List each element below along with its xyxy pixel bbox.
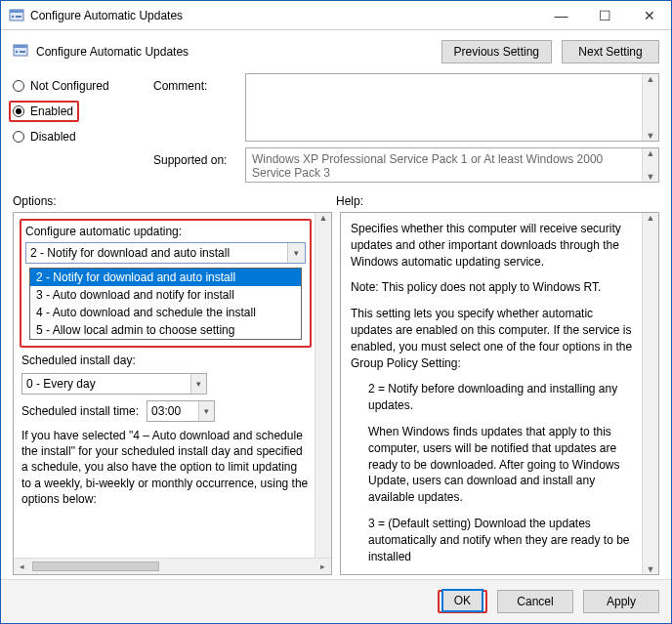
scrollbar-vertical[interactable]: ▲▼ — [642, 74, 658, 141]
comment-textarea[interactable]: ▲▼ — [245, 73, 659, 142]
install-time-combo[interactable]: 03:00 ▾ — [147, 400, 215, 422]
help-text: Specifies whether this computer will rec… — [341, 213, 658, 574]
header-row: Configure Automatic Updates Previous Set… — [1, 30, 671, 67]
titlebar: Configure Automatic Updates ― ☐ ✕ — [1, 1, 671, 30]
chevron-down-icon: ▾ — [287, 243, 305, 263]
install-day-combo[interactable]: 0 - Every day ▾ — [21, 373, 207, 395]
previous-setting-button[interactable]: Previous Setting — [441, 40, 552, 63]
options-note: If you have selected "4 – Auto download … — [21, 428, 310, 507]
window-title: Configure Automatic Updates — [30, 9, 539, 22]
close-button[interactable]: ✕ — [627, 1, 671, 29]
help-heading: Help: — [336, 194, 659, 208]
radio-label: Disabled — [30, 130, 76, 144]
svg-rect-5 — [14, 45, 27, 48]
configure-updating-combo[interactable]: 2 - Notify for download and auto install… — [25, 242, 306, 264]
comment-label: Comment: — [153, 73, 241, 142]
configure-updating-label: Configure automatic updating: — [25, 225, 306, 238]
window-frame: Configure Automatic Updates ― ☐ ✕ Config… — [0, 0, 672, 624]
chevron-down-icon: ▾ — [190, 374, 206, 394]
policy-title: Configure Automatic Updates — [36, 45, 189, 59]
config-grid: Not Configured Enabled Disabled Comment:… — [1, 67, 671, 187]
next-setting-button[interactable]: Next Setting — [562, 40, 659, 63]
dropdown-item[interactable]: 2 - Notify for download and auto install — [30, 269, 301, 286]
ok-highlight: OK — [438, 590, 487, 613]
svg-point-2 — [12, 15, 15, 18]
configure-updating-dropdown: 2 - Notify for download and auto install… — [29, 268, 302, 340]
options-inner: Configure automatic updating: 2 - Notify… — [14, 213, 331, 574]
radio-label: Enabled — [30, 104, 73, 118]
dropdown-item[interactable]: 4 - Auto download and schedule the insta… — [30, 304, 301, 321]
help-pane: ▲▼ Specifies whether this computer will … — [340, 212, 659, 575]
radio-label: Not Configured — [30, 79, 109, 93]
svg-rect-1 — [10, 10, 23, 13]
maximize-button[interactable]: ☐ — [583, 1, 627, 29]
cancel-button[interactable]: Cancel — [497, 590, 573, 613]
options-pane: ▲▼ Configure automatic updating: 2 - Not… — [13, 212, 332, 575]
panes: ▲▼ Configure automatic updating: 2 - Not… — [1, 212, 671, 579]
supported-label: Supported on: — [153, 147, 241, 183]
supported-on-box: Windows XP Professional Service Pack 1 o… — [245, 147, 659, 183]
section-labels: Options: Help: — [1, 187, 671, 212]
help-paragraph: This setting lets you specify whether au… — [351, 306, 637, 371]
state-radio-group: Not Configured Enabled Disabled — [13, 73, 149, 183]
install-day-value: 0 - Every day — [26, 377, 96, 391]
svg-rect-3 — [16, 16, 21, 18]
minimize-button[interactable]: ― — [539, 1, 583, 29]
help-paragraph: 3 = (Default setting) Download the updat… — [368, 516, 637, 564]
footer: OK Cancel Apply — [1, 579, 671, 623]
radio-not-configured[interactable]: Not Configured — [13, 79, 149, 93]
help-paragraph: 2 = Notify before downloading and instal… — [368, 381, 637, 414]
dropdown-item[interactable]: 3 - Auto download and notify for install — [30, 286, 301, 304]
policy-icon — [13, 43, 28, 62]
radio-enabled[interactable]: Enabled — [9, 101, 79, 122]
scrollbar-vertical[interactable]: ▲▼ — [642, 148, 658, 182]
radio-icon — [13, 131, 24, 143]
help-paragraph: When Windows finds updates that apply to… — [368, 424, 637, 506]
supported-on-value: Windows XP Professional Service Pack 1 o… — [252, 152, 603, 180]
configure-updating-highlight: Configure automatic updating: 2 - Notify… — [20, 219, 312, 348]
svg-point-6 — [16, 50, 19, 53]
help-paragraph: Specifies whether this computer will rec… — [351, 221, 637, 270]
policy-title-block: Configure Automatic Updates — [13, 43, 441, 62]
help-paragraph: Note: This policy does not apply to Wind… — [351, 279, 637, 296]
scrollbar-horizontal[interactable]: ◂▸ — [14, 558, 331, 574]
radio-icon — [13, 80, 24, 92]
options-heading: Options: — [13, 194, 336, 208]
ok-button[interactable]: OK — [441, 589, 483, 612]
apply-button[interactable]: Apply — [583, 590, 659, 613]
policy-app-icon — [9, 8, 24, 23]
configure-updating-value: 2 - Notify for download and auto install — [30, 246, 230, 260]
dropdown-item[interactable]: 5 - Allow local admin to choose setting — [30, 321, 301, 339]
nav-buttons: Previous Setting Next Setting — [441, 40, 659, 63]
radio-disabled[interactable]: Disabled — [13, 130, 149, 144]
install-day-label: Scheduled install day: — [21, 354, 310, 367]
install-time-label: Scheduled install time: — [21, 404, 139, 418]
svg-rect-7 — [20, 51, 25, 53]
install-time-value: 03:00 — [151, 404, 181, 418]
radio-icon — [13, 105, 24, 117]
chevron-down-icon: ▾ — [198, 401, 214, 421]
scrollbar-vertical[interactable]: ▲▼ — [642, 213, 658, 574]
